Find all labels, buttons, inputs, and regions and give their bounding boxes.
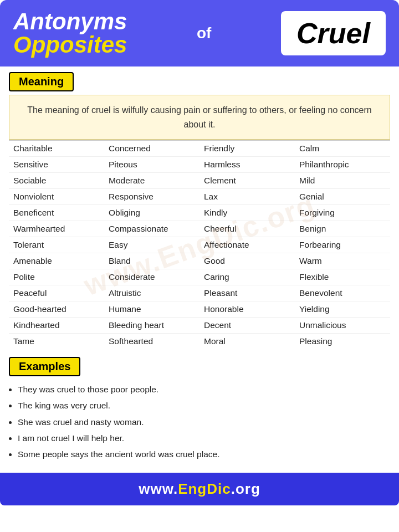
word-cell: Good-hearted xyxy=(9,301,104,318)
list-item: Some people says the ancient world was c… xyxy=(18,448,390,461)
footer-url-brand: EngDic xyxy=(178,480,231,497)
word-cell: Warmhearted xyxy=(9,221,104,237)
table-row: TameSoftheartedMoralPleasing xyxy=(9,334,390,350)
list-item: The king was very cruel. xyxy=(18,399,390,412)
word-cell: Kindly xyxy=(200,205,295,221)
table-row: SociableModerateClementMild xyxy=(9,173,390,189)
word-cell: Good xyxy=(200,253,295,269)
word-cell: Peaceful xyxy=(9,285,104,301)
footer-url: www.EngDic.org xyxy=(139,480,260,497)
word-cell: Compassionate xyxy=(104,221,200,237)
word-cell: Pleasant xyxy=(200,285,295,301)
word-cell: Forbearing xyxy=(295,237,390,253)
examples-label: Examples xyxy=(9,357,80,376)
word-cell: Sensitive xyxy=(9,157,104,173)
word-cell: Decent xyxy=(200,318,295,334)
word-cell: Friendly xyxy=(200,141,295,157)
word-box: Cruel xyxy=(281,11,386,55)
list-item: She was cruel and nasty woman. xyxy=(18,416,390,428)
word-cell: Caring xyxy=(200,269,295,285)
table-row: KindheartedBleeding heartDecentUnmalicio… xyxy=(9,318,390,334)
word-cell: Considerate xyxy=(104,269,200,285)
meaning-label-row: Meaning xyxy=(0,66,399,95)
footer-url-suffix: .org xyxy=(231,480,260,497)
word-cell: Affectionate xyxy=(200,237,295,253)
word-cell: Bland xyxy=(104,253,200,269)
word-cell: Benign xyxy=(295,221,390,237)
word-cell: Yielding xyxy=(295,301,390,318)
word-cell: Mild xyxy=(295,173,390,189)
list-item: They was cruel to those poor people. xyxy=(18,383,390,396)
word-cell: Moderate xyxy=(104,173,200,189)
table-row: Good-heartedHumaneHonorableYielding xyxy=(9,301,390,318)
word-cell: Beneficent xyxy=(9,205,104,221)
table-row: SensitivePiteousHarmlessPhilanthropic xyxy=(9,157,390,173)
words-section: www.EngDic.org CharitableConcernedFriend… xyxy=(9,140,390,349)
table-row: CharitableConcernedFriendlyCalm xyxy=(9,141,390,157)
word-cell: Forgiving xyxy=(295,205,390,221)
word-cell: Altruistic xyxy=(104,285,200,301)
words-table: CharitableConcernedFriendlyCalmSensitive… xyxy=(9,141,390,349)
word-cell: Amenable xyxy=(9,253,104,269)
word-cell: Harmless xyxy=(200,157,295,173)
word-cell: Responsive xyxy=(104,189,200,205)
table-row: BeneficentObligingKindlyForgiving xyxy=(9,205,390,221)
examples-list: They was cruel to those poor people.The … xyxy=(0,380,399,473)
meaning-label: Meaning xyxy=(9,72,74,91)
word-cell: Obliging xyxy=(104,205,200,221)
target-word: Cruel xyxy=(296,17,370,50)
word-cell: Benevolent xyxy=(295,285,390,301)
word-cell: Lax xyxy=(200,189,295,205)
meaning-text: The meaning of cruel is wilfully causing… xyxy=(9,95,390,140)
word-cell: Easy xyxy=(104,237,200,253)
word-cell: Pleasing xyxy=(295,334,390,350)
word-cell: Tolerant xyxy=(9,237,104,253)
word-cell: Genial xyxy=(295,189,390,205)
word-cell: Unmalicious xyxy=(295,318,390,334)
word-cell: Honorable xyxy=(200,301,295,318)
word-cell: Bleeding heart xyxy=(104,318,200,334)
word-cell: Sociable xyxy=(9,173,104,189)
table-row: NonviolentResponsiveLaxGenial xyxy=(9,189,390,205)
word-cell: Nonviolent xyxy=(9,189,104,205)
word-cell: Concerned xyxy=(104,141,200,157)
examples-label-row: Examples xyxy=(0,351,399,380)
word-cell: Kindhearted xyxy=(9,318,104,334)
list-item: I am not cruel I will help her. xyxy=(18,432,390,444)
word-cell: Charitable xyxy=(9,141,104,157)
word-cell: Clement xyxy=(200,173,295,189)
footer-url-prefix: www. xyxy=(139,480,178,497)
word-cell: Cheerful xyxy=(200,221,295,237)
word-cell: Warm xyxy=(295,253,390,269)
opposites-label: Opposites xyxy=(13,33,127,57)
word-cell: Polite xyxy=(9,269,104,285)
word-cell: Tame xyxy=(9,334,104,350)
of-label: of xyxy=(197,24,211,42)
word-cell: Humane xyxy=(104,301,200,318)
table-row: PeacefulAltruisticPleasantBenevolent xyxy=(9,285,390,301)
table-row: TolerantEasyAffectionateForbearing xyxy=(9,237,390,253)
header: Antonyms Opposites of Cruel xyxy=(0,0,399,66)
table-row: AmenableBlandGoodWarm xyxy=(9,253,390,269)
word-cell: Piteous xyxy=(104,157,200,173)
header-title-left: Antonyms Opposites xyxy=(13,10,127,57)
word-cell: Moral xyxy=(200,334,295,350)
table-row: PoliteConsiderateCaringFlexible xyxy=(9,269,390,285)
antonyms-label: Antonyms xyxy=(13,10,127,33)
footer: www.EngDic.org xyxy=(0,473,399,505)
word-cell: Flexible xyxy=(295,269,390,285)
word-cell: Philanthropic xyxy=(295,157,390,173)
word-cell: Softhearted xyxy=(104,334,200,350)
word-cell: Calm xyxy=(295,141,390,157)
table-row: WarmheartedCompassionateCheerfulBenign xyxy=(9,221,390,237)
